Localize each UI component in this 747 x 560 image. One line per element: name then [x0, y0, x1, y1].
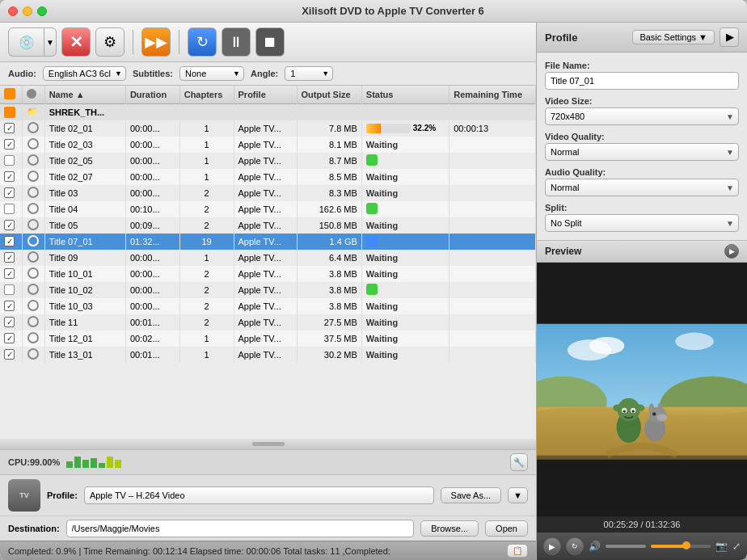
audio-select[interactable]: English AC3 6cl ▼: [43, 66, 126, 81]
minimize-button[interactable]: [23, 6, 32, 16]
table-row[interactable]: 📁 SHREK_TH...: [0, 104, 536, 120]
row-check[interactable]: ✓: [0, 347, 22, 363]
table-row[interactable]: ✓ Title 02_07 00:00... 1 Apple TV... 8.5…: [0, 169, 536, 185]
pause-button[interactable]: ⏸: [222, 27, 251, 57]
row-check[interactable]: ✓: [0, 298, 22, 314]
open-button[interactable]: Open: [485, 520, 528, 537]
file-name-input[interactable]: [545, 72, 739, 90]
header-output[interactable]: Output Size: [297, 86, 361, 104]
video-size-select[interactable]: 720x480: [545, 107, 739, 125]
wrench-button[interactable]: 🔧: [510, 453, 528, 471]
table-row[interactable]: Title 02_05 00:00... 1 Apple TV... 8.7 M…: [0, 153, 536, 169]
table-row[interactable]: ✓ Title 02_01 00:00... 1 Apple TV... 7.8…: [0, 120, 536, 137]
preview-image: [537, 263, 747, 516]
row-chapters: 2: [179, 201, 234, 217]
split-select[interactable]: No Split: [545, 214, 739, 232]
header-chapters[interactable]: Chapters: [179, 86, 234, 104]
convert-button[interactable]: ▶▶: [141, 27, 171, 57]
basic-settings-button[interactable]: Basic Settings ▼: [632, 30, 715, 44]
log-button[interactable]: 📋: [507, 544, 528, 558]
progress-fill: [366, 124, 381, 133]
table-row[interactable]: ✓ Title 03 00:00... 2 Apple TV... 8.3 MB…: [0, 185, 536, 201]
expand-button[interactable]: ▶: [720, 27, 739, 47]
settings-button[interactable]: ⚙: [95, 27, 124, 57]
table-row[interactable]: Title 10_02 00:00... 2 Apple TV... 3.8 M…: [0, 282, 536, 298]
fullscreen-icon[interactable]: ⤢: [732, 541, 741, 552]
header-duration[interactable]: Duration: [125, 86, 179, 104]
cancel-button[interactable]: ✕: [61, 27, 91, 57]
svg-point-9: [613, 404, 622, 411]
row-icon: [22, 201, 44, 217]
row-name: Title 10_03: [44, 298, 125, 314]
row-check[interactable]: ✓: [0, 120, 22, 137]
close-button[interactable]: [8, 6, 18, 16]
browse-button[interactable]: Browse...: [420, 520, 479, 537]
file-name-label: File Name:: [545, 61, 739, 70]
volume-slider[interactable]: [606, 545, 646, 548]
screenshot-icon[interactable]: 📷: [715, 541, 728, 552]
preview-expand-button[interactable]: ▶: [724, 244, 739, 259]
preview-controls: ▶ ↻ 🔊 📷 ⤢: [537, 533, 747, 560]
row-check[interactable]: ✓: [0, 169, 22, 185]
file-list[interactable]: Name ▲ Duration Chapters Profile Output …: [0, 86, 536, 439]
row-check[interactable]: ✓: [0, 137, 22, 153]
row-remaining: [449, 217, 536, 234]
add-dropdown[interactable]: ▼: [44, 27, 57, 57]
cpu-status-bar: CPU:99.00% 🔧: [0, 449, 536, 474]
play-button[interactable]: ▶: [543, 537, 561, 555]
row-status: [361, 153, 449, 169]
save-as-button[interactable]: Save As...: [441, 487, 502, 503]
row-check[interactable]: ✓: [0, 234, 22, 250]
header-profile[interactable]: Profile: [234, 86, 297, 104]
loop-button[interactable]: ↻: [566, 537, 584, 555]
stop-button[interactable]: ⏹: [255, 27, 285, 57]
header-status[interactable]: Status: [361, 86, 449, 104]
row-name: Title 05: [44, 217, 125, 234]
table-row[interactable]: ✓ Title 07_01 01:32... 19 Apple TV... 1.…: [0, 234, 536, 250]
svg-point-20: [652, 412, 656, 415]
refresh-button[interactable]: ↻: [188, 27, 217, 57]
angle-select[interactable]: 1 ▼: [285, 66, 333, 81]
row-remaining: [449, 282, 536, 298]
row-check[interactable]: ✓: [0, 331, 22, 347]
add-button[interactable]: 💿: [8, 27, 44, 57]
header-name[interactable]: Name ▲: [44, 86, 125, 104]
row-status: [361, 234, 449, 250]
table-row[interactable]: ✓ Title 05 00:09... 2 Apple TV... 150.8 …: [0, 217, 536, 234]
table-row[interactable]: ✓ Title 13_01 00:01... 1 Apple TV... 30.…: [0, 347, 536, 363]
preview-progress-slider[interactable]: [651, 545, 711, 548]
table-row[interactable]: ✓ Title 11 00:01... 2 Apple TV... 27.5 M…: [0, 314, 536, 331]
profile-select[interactable]: Apple TV – H.264 Video: [84, 486, 434, 504]
pause-icon: ⏸: [229, 34, 243, 51]
row-check[interactable]: ✓: [0, 266, 22, 282]
header-remaining[interactable]: Remaining Time: [449, 86, 536, 104]
row-remaining: [449, 314, 536, 331]
table-row[interactable]: Title 04 00:10... 2 Apple TV... 162.6 MB: [0, 201, 536, 217]
split-bar[interactable]: [0, 439, 536, 449]
row-check[interactable]: ✓: [0, 217, 22, 234]
video-quality-select[interactable]: Normal: [545, 143, 739, 161]
dest-input[interactable]: [66, 520, 415, 537]
row-check[interactable]: ✓: [0, 250, 22, 266]
row-check[interactable]: [0, 201, 22, 217]
row-profile: Apple TV...: [234, 347, 297, 363]
status-text: Completed: 0.9% | Time Remaining: 00:12:…: [8, 546, 390, 556]
preview-title: Preview: [545, 246, 581, 257]
row-check[interactable]: ✓: [0, 314, 22, 331]
table-row[interactable]: ✓ Title 12_01 00:02... 1 Apple TV... 37.…: [0, 331, 536, 347]
audio-quality-select[interactable]: Normal: [545, 179, 739, 196]
maximize-button[interactable]: [37, 6, 47, 16]
table-row[interactable]: ✓ Title 10_03 00:00... 2 Apple TV... 3.8…: [0, 298, 536, 314]
svg-point-2: [589, 337, 624, 355]
row-check[interactable]: ✓: [0, 185, 22, 201]
subtitles-select[interactable]: None ▼: [179, 66, 244, 81]
row-check[interactable]: [0, 282, 22, 298]
row-check[interactable]: [0, 153, 22, 169]
save-as-dropdown[interactable]: ▼: [508, 487, 528, 503]
table-row[interactable]: ✓ Title 09 00:00... 1 Apple TV... 6.4 MB…: [0, 250, 536, 266]
volume-icon: 🔊: [589, 541, 601, 552]
table-row[interactable]: ✓ Title 10_01 00:00... 2 Apple TV... 3.8…: [0, 266, 536, 282]
angle-label: Angle:: [251, 69, 278, 78]
table-row[interactable]: ✓ Title 02_03 00:00... 1 Apple TV... 8.1…: [0, 137, 536, 153]
row-icon: [22, 331, 44, 347]
